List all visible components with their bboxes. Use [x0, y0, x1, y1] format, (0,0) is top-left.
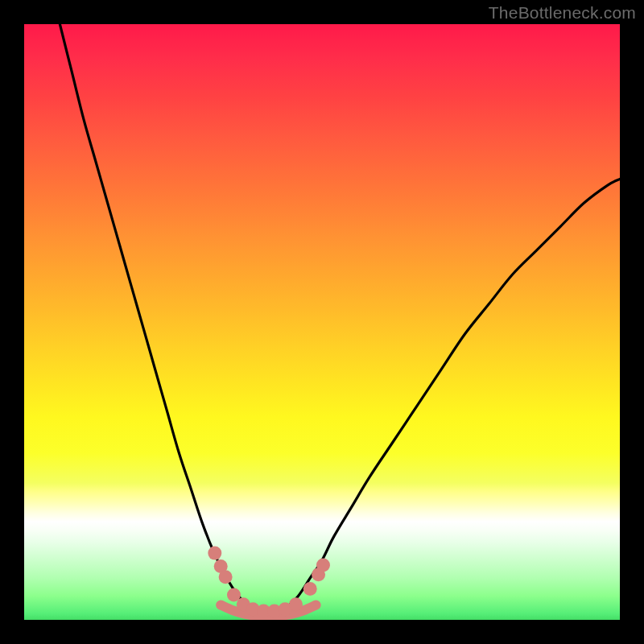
data-dot	[303, 582, 317, 596]
curves-svg	[24, 24, 620, 620]
left-curve	[60, 24, 250, 608]
plot-area	[24, 24, 620, 620]
right-curve	[287, 179, 620, 608]
data-dot	[219, 570, 233, 584]
outer-frame: TheBottleneck.com	[0, 0, 644, 644]
data-dot	[316, 558, 330, 572]
watermark-text: TheBottleneck.com	[489, 3, 636, 23]
data-dot	[208, 547, 221, 560]
data-dot	[289, 597, 303, 611]
